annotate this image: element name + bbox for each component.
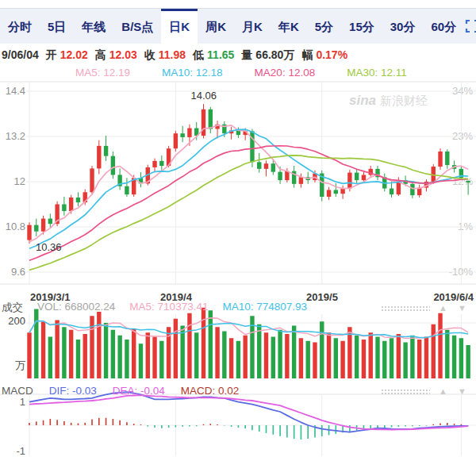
- volume-tick: 200: [2, 315, 25, 327]
- chart-canvas[interactable]: [0, 0, 476, 476]
- high-price-annotation: 14.06: [191, 90, 217, 102]
- macd-panel-title: MACD: [2, 385, 33, 397]
- volume-panel-title: 成交: [2, 301, 23, 315]
- price-tick: 10.8: [2, 221, 25, 232]
- vol-ma5-legend: MA5: 710373.41: [129, 301, 208, 315]
- price-tick: 12: [2, 175, 25, 187]
- volume-panel-down-icon[interactable]: ▼: [458, 303, 466, 313]
- macd-tick: -1: [2, 445, 25, 457]
- dif-value: DIF: -0.03: [49, 385, 97, 397]
- low-price-annotation: 10.36: [36, 241, 62, 253]
- price-tick: 14.4: [2, 85, 25, 97]
- vol-ma10-legend: MA10: 774807.93: [222, 301, 307, 315]
- vol-value: VOL: 668002.24: [37, 301, 115, 315]
- macd-legend-row: MACD DIF: -0.03 DEA: -0.04 MACD: 0.02: [2, 385, 239, 397]
- macd-panel-down-icon[interactable]: ▼: [458, 386, 466, 396]
- price-tick: 9.6: [2, 266, 25, 278]
- volume-panel-drag-handle[interactable]: [381, 305, 430, 312]
- stock-chart-app: 分时 5日 年线 B/S点 日K 周K 月K 年K 5分 15分 30分 60分…: [0, 0, 476, 476]
- macd-panel-up-icon[interactable]: ▲: [439, 386, 447, 396]
- x-date-label: 2019/6/4: [418, 291, 474, 303]
- volume-legend-row: 成交 VOL: 668002.24 MA5: 710373.41 MA10: 7…: [2, 301, 307, 315]
- macd-value: MACD: 0.02: [181, 385, 240, 397]
- dea-value: DEA: -0.04: [113, 385, 165, 397]
- price-tick: 13.2: [2, 130, 25, 142]
- volume-panel-up-icon[interactable]: ▲: [439, 303, 447, 313]
- volume-unit-label: 万: [2, 359, 25, 373]
- macd-tick: 1: [2, 396, 25, 408]
- macd-panel-drag-handle[interactable]: [381, 389, 430, 395]
